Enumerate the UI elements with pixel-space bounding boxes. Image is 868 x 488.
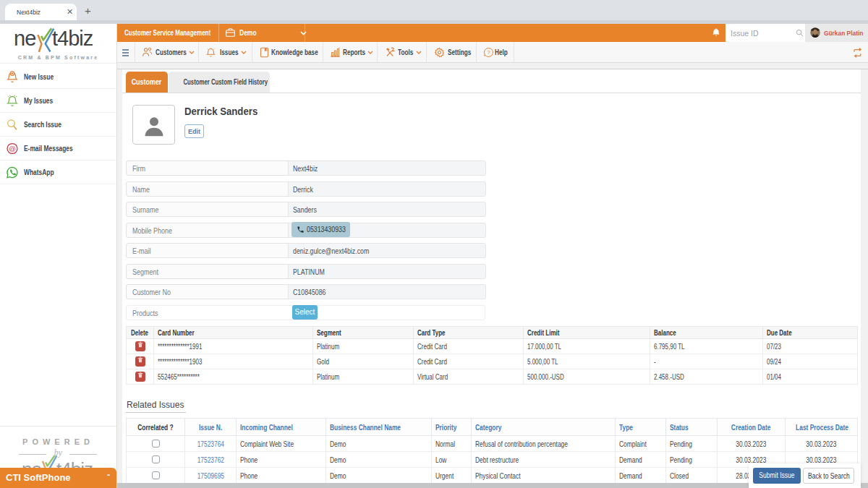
svg-text:?: ?: [487, 49, 490, 56]
svg-text:@: @: [9, 145, 16, 153]
